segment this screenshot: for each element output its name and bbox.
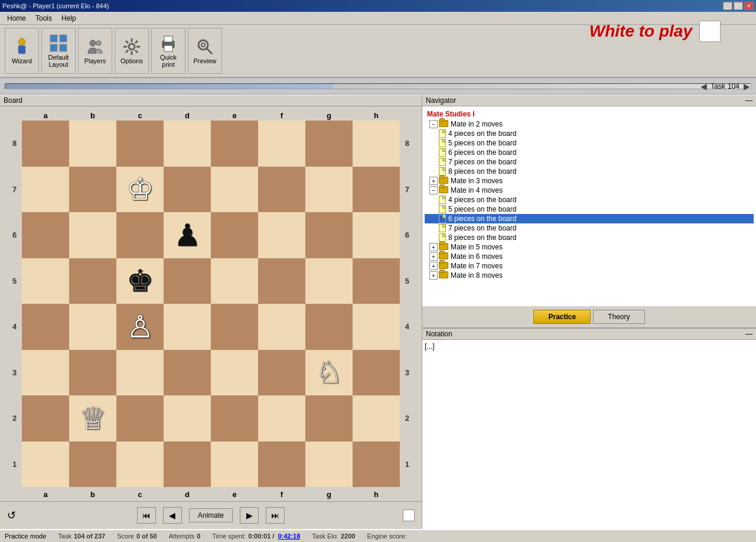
cell-f6[interactable] (258, 212, 305, 258)
cell-e8[interactable] (211, 121, 258, 167)
cell-e3[interactable] (211, 350, 258, 396)
cell-f2[interactable] (258, 395, 305, 442)
cell-g5[interactable] (305, 258, 353, 304)
cell-h2[interactable] (353, 395, 400, 442)
cell-a1[interactable] (22, 442, 69, 488)
tree-mate-6[interactable]: + Mate in 6 moves (425, 252, 754, 261)
time-link[interactable]: 0:42:18 (278, 533, 300, 540)
cell-b4[interactable] (69, 304, 116, 350)
cell-g1[interactable] (305, 442, 353, 488)
prev-button[interactable]: ◀ (163, 507, 182, 524)
next-button[interactable]: ▶ (240, 507, 259, 524)
last-button[interactable]: ⏭ (266, 507, 285, 524)
tree-mate-5[interactable]: + Mate in 5 moves (425, 242, 754, 252)
cell-e2[interactable] (211, 395, 258, 442)
cell-h4[interactable] (353, 304, 400, 350)
menu-tools[interactable]: Tools (31, 13, 57, 24)
cell-f1[interactable] (258, 442, 305, 488)
cell-d1[interactable] (164, 442, 211, 488)
cell-g8[interactable] (305, 121, 353, 167)
task-prev-arrow[interactable]: ◀ (699, 82, 708, 91)
cell-b5[interactable] (69, 258, 116, 304)
cell-g3[interactable]: ♘ (305, 350, 353, 396)
cell-h3[interactable] (353, 350, 400, 396)
task-next-arrow[interactable]: ▶ (742, 82, 751, 91)
toggle-mate-2[interactable]: − (429, 120, 438, 128)
cell-b6[interactable] (69, 212, 116, 258)
theory-button[interactable]: Theory (593, 310, 644, 324)
tree-4pieces-4[interactable]: 4 pieces on the board (425, 195, 754, 205)
tree-mate-7[interactable]: + Mate in 7 moves (425, 261, 754, 271)
reset-icon[interactable]: ↺ (7, 509, 16, 522)
cell-e5[interactable] (211, 258, 258, 304)
cell-c3[interactable] (116, 350, 164, 396)
preview-button[interactable]: Preview (188, 28, 222, 74)
cell-d4[interactable] (164, 304, 211, 350)
chess-board[interactable]: ♔ ♟ (22, 121, 400, 487)
practice-button[interactable]: Practice (533, 310, 591, 324)
cell-c1[interactable] (116, 442, 164, 488)
tree-6pieces-2[interactable]: 6 pieces on the board (425, 148, 754, 157)
tree-7pieces-4[interactable]: 7 pieces on the board (425, 223, 754, 233)
tree-7pieces-2[interactable]: 7 pieces on the board (425, 157, 754, 167)
cell-c8[interactable] (116, 121, 164, 167)
cell-b3[interactable] (69, 350, 116, 396)
toggle-mate-6[interactable]: + (429, 252, 438, 261)
cell-a8[interactable] (22, 121, 69, 167)
options-button[interactable]: Options (115, 28, 149, 74)
menu-home[interactable]: Home (2, 13, 31, 24)
tree-mate-2[interactable]: − Mate in 2 moves (425, 119, 754, 129)
animate-button[interactable]: Animate (189, 508, 233, 522)
tree-mate-4[interactable]: − Mate in 4 moves (425, 186, 754, 195)
close-button[interactable]: ✕ (744, 2, 754, 10)
tree-mate-3[interactable]: + Mate in 3 moves (425, 176, 754, 186)
cell-g6[interactable] (305, 212, 353, 258)
cell-c5[interactable]: ♚ (116, 258, 164, 304)
notation-minimize[interactable]: — (745, 330, 752, 338)
cell-h5[interactable] (353, 258, 400, 304)
cell-b8[interactable] (69, 121, 116, 167)
cell-h7[interactable] (353, 167, 400, 213)
cell-f7[interactable] (258, 167, 305, 213)
tree-6pieces-4[interactable]: 6 pieces on the board (425, 214, 754, 223)
cell-c6[interactable] (116, 212, 164, 258)
toggle-mate-7[interactable]: + (429, 262, 438, 270)
cell-e7[interactable] (211, 167, 258, 213)
cell-a5[interactable] (22, 258, 69, 304)
tree-5pieces-2[interactable]: 5 pieces on the board (425, 138, 754, 148)
tree-mate-8[interactable]: + Mate in 8 moves (425, 271, 754, 280)
tree-8pieces-2[interactable]: 8 pieces on the board (425, 167, 754, 176)
cell-d8[interactable] (164, 121, 211, 167)
cell-f3[interactable] (258, 350, 305, 396)
cell-a7[interactable] (22, 167, 69, 213)
cell-a6[interactable] (22, 212, 69, 258)
cell-d5[interactable] (164, 258, 211, 304)
quick-print-button[interactable]: Quick print (151, 28, 185, 74)
cell-g7[interactable] (305, 167, 353, 213)
navigator-content[interactable]: Mate Studies I − Mate in 2 moves 4 piece… (422, 106, 756, 306)
cell-e6[interactable] (211, 212, 258, 258)
cell-c7[interactable]: ♔ (116, 167, 164, 213)
cell-b2[interactable]: ♕ (69, 395, 116, 442)
cell-d2[interactable] (164, 395, 211, 442)
cell-d3[interactable] (164, 350, 211, 396)
cell-e4[interactable] (211, 304, 258, 350)
navigator-minimize[interactable]: — (745, 96, 752, 105)
wizard-button[interactable]: Wizard (5, 28, 39, 74)
menu-help[interactable]: Help (57, 13, 81, 24)
cell-f4[interactable] (258, 304, 305, 350)
tree-5pieces-4[interactable]: 5 pieces on the board (425, 205, 754, 214)
cell-h6[interactable] (353, 212, 400, 258)
toggle-mate-8[interactable]: + (429, 271, 438, 280)
maximize-button[interactable]: □ (734, 2, 743, 10)
tree-4pieces-2[interactable]: 4 pieces on the board (425, 129, 754, 138)
cell-f5[interactable] (258, 258, 305, 304)
cell-d6[interactable]: ♟ (164, 212, 211, 258)
cell-b7[interactable] (69, 167, 116, 213)
toggle-mate-3[interactable]: + (429, 177, 438, 185)
cell-f8[interactable] (258, 121, 305, 167)
default-layout-button[interactable]: Default Layout (41, 28, 76, 74)
cell-e1[interactable] (211, 442, 258, 488)
cell-a2[interactable] (22, 395, 69, 442)
cell-c2[interactable] (116, 395, 164, 442)
